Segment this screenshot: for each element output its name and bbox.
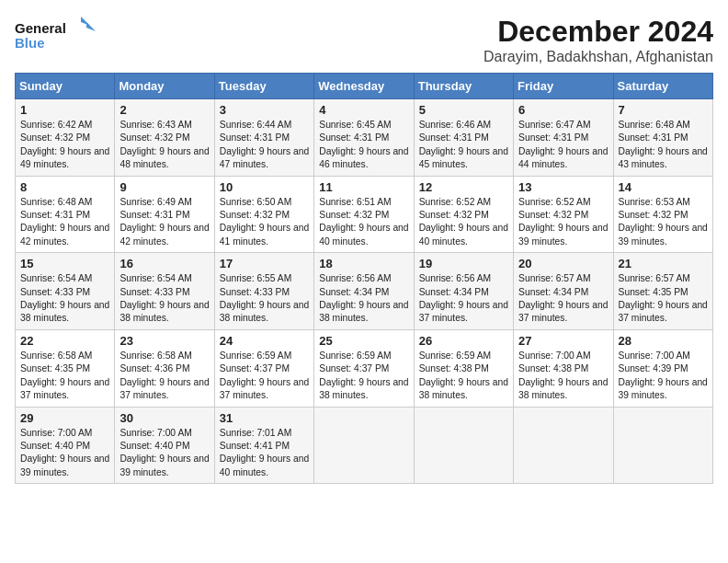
title-area: December 2024 Darayim, Badakhshan, Afgha… xyxy=(483,15,713,65)
calendar-cell: 24 Sunrise: 6:59 AM Sunset: 4:37 PM Dayl… xyxy=(214,329,313,407)
calendar-cell: 27 Sunrise: 7:00 AM Sunset: 4:38 PM Dayl… xyxy=(514,329,613,407)
sunrise-label: Sunrise: 7:00 AM xyxy=(119,428,191,438)
daylight-label: Daylight: 9 hours and 44 minutes. xyxy=(518,146,608,169)
day-info: Sunrise: 6:55 AM Sunset: 4:33 PM Dayligh… xyxy=(220,272,309,326)
daylight-label: Daylight: 9 hours and 40 minutes. xyxy=(220,454,309,477)
day-number: 17 xyxy=(220,257,309,270)
day-info: Sunrise: 6:51 AM Sunset: 4:32 PM Dayligh… xyxy=(319,196,408,249)
day-info: Sunrise: 7:00 AM Sunset: 4:40 PM Dayligh… xyxy=(20,427,109,480)
daylight-label: Daylight: 9 hours and 39 minutes. xyxy=(518,223,608,246)
calendar-cell: 3 Sunrise: 6:44 AM Sunset: 4:31 PM Dayli… xyxy=(214,99,313,177)
daylight-label: Daylight: 9 hours and 38 minutes. xyxy=(518,377,608,400)
calendar-cell: 9 Sunrise: 6:49 AM Sunset: 4:31 PM Dayli… xyxy=(115,176,214,253)
day-info: Sunrise: 6:59 AM Sunset: 4:38 PM Dayligh… xyxy=(419,350,508,403)
sunset-label: Sunset: 4:34 PM xyxy=(518,287,588,297)
sunrise-label: Sunrise: 6:49 AM xyxy=(119,197,191,207)
calendar-cell xyxy=(414,407,513,484)
calendar-cell: 26 Sunrise: 6:59 AM Sunset: 4:38 PM Dayl… xyxy=(414,329,513,407)
weekday-header-friday: Friday xyxy=(514,74,613,99)
day-number: 6 xyxy=(518,103,608,117)
day-info: Sunrise: 6:45 AM Sunset: 4:31 PM Dayligh… xyxy=(319,119,408,172)
calendar-cell: 2 Sunrise: 6:43 AM Sunset: 4:32 PM Dayli… xyxy=(115,99,214,177)
sunset-label: Sunset: 4:41 PM xyxy=(220,441,290,451)
day-number: 16 xyxy=(119,257,209,270)
daylight-label: Daylight: 9 hours and 47 minutes. xyxy=(220,146,309,169)
day-number: 4 xyxy=(319,103,408,117)
sunrise-label: Sunrise: 6:55 AM xyxy=(220,273,291,283)
calendar-cell: 18 Sunrise: 6:56 AM Sunset: 4:34 PM Dayl… xyxy=(314,253,414,330)
sunset-label: Sunset: 4:31 PM xyxy=(119,210,189,220)
sunset-label: Sunset: 4:39 PM xyxy=(619,363,688,373)
svg-marker-3 xyxy=(86,22,96,31)
day-number: 26 xyxy=(419,334,508,348)
sunset-label: Sunset: 4:40 PM xyxy=(119,441,189,451)
day-info: Sunrise: 6:57 AM Sunset: 4:34 PM Dayligh… xyxy=(518,272,608,326)
weekday-header-sunday: Sunday xyxy=(16,74,115,99)
sunset-label: Sunset: 4:38 PM xyxy=(419,363,489,373)
sunset-label: Sunset: 4:32 PM xyxy=(20,132,90,143)
day-number: 18 xyxy=(319,257,408,270)
sunrise-label: Sunrise: 6:50 AM xyxy=(220,197,291,207)
daylight-label: Daylight: 9 hours and 40 minutes. xyxy=(419,223,508,246)
calendar-cell: 4 Sunrise: 6:45 AM Sunset: 4:31 PM Dayli… xyxy=(314,99,414,177)
sunrise-label: Sunrise: 6:57 AM xyxy=(619,273,690,283)
day-info: Sunrise: 6:46 AM Sunset: 4:31 PM Dayligh… xyxy=(419,119,508,172)
day-info: Sunrise: 6:49 AM Sunset: 4:31 PM Dayligh… xyxy=(119,196,209,249)
day-number: 14 xyxy=(619,180,708,194)
calendar-cell: 20 Sunrise: 6:57 AM Sunset: 4:34 PM Dayl… xyxy=(514,253,613,330)
calendar-cell: 10 Sunrise: 6:50 AM Sunset: 4:32 PM Dayl… xyxy=(214,176,313,253)
day-number: 31 xyxy=(220,411,309,425)
daylight-label: Daylight: 9 hours and 38 minutes. xyxy=(319,300,408,323)
calendar-cell xyxy=(514,407,613,484)
sunrise-label: Sunrise: 6:57 AM xyxy=(518,273,590,283)
sunset-label: Sunset: 4:33 PM xyxy=(20,287,90,297)
sunset-label: Sunset: 4:31 PM xyxy=(220,132,290,143)
day-number: 12 xyxy=(419,180,508,194)
sunrise-label: Sunrise: 6:56 AM xyxy=(419,273,491,283)
calendar-cell: 11 Sunrise: 6:51 AM Sunset: 4:32 PM Dayl… xyxy=(314,176,414,253)
day-number: 27 xyxy=(518,334,608,348)
day-info: Sunrise: 6:56 AM Sunset: 4:34 PM Dayligh… xyxy=(319,272,408,326)
sunrise-label: Sunrise: 7:00 AM xyxy=(20,428,92,438)
day-info: Sunrise: 6:57 AM Sunset: 4:35 PM Dayligh… xyxy=(619,272,708,326)
daylight-label: Daylight: 9 hours and 48 minutes. xyxy=(119,146,209,169)
calendar-cell: 5 Sunrise: 6:46 AM Sunset: 4:31 PM Dayli… xyxy=(414,99,513,177)
day-number: 9 xyxy=(119,180,209,194)
calendar-cell: 21 Sunrise: 6:57 AM Sunset: 4:35 PM Dayl… xyxy=(613,253,712,330)
day-number: 23 xyxy=(119,334,209,348)
daylight-label: Daylight: 9 hours and 45 minutes. xyxy=(419,146,508,169)
sunset-label: Sunset: 4:31 PM xyxy=(319,132,389,143)
day-info: Sunrise: 6:59 AM Sunset: 4:37 PM Dayligh… xyxy=(319,350,408,403)
sunset-label: Sunset: 4:31 PM xyxy=(20,210,90,220)
daylight-label: Daylight: 9 hours and 37 minutes. xyxy=(119,377,209,400)
calendar-cell: 14 Sunrise: 6:53 AM Sunset: 4:32 PM Dayl… xyxy=(613,176,712,253)
header: General Blue December 2024 Darayim, Bada… xyxy=(15,15,713,65)
sunset-label: Sunset: 4:35 PM xyxy=(619,287,688,297)
day-number: 1 xyxy=(20,103,109,117)
day-number: 11 xyxy=(319,180,408,194)
sunrise-label: Sunrise: 6:54 AM xyxy=(119,273,191,283)
day-number: 29 xyxy=(20,411,109,425)
day-number: 19 xyxy=(419,257,508,270)
sunset-label: Sunset: 4:32 PM xyxy=(319,210,389,220)
daylight-label: Daylight: 9 hours and 49 minutes. xyxy=(20,146,109,169)
calendar-cell: 29 Sunrise: 7:00 AM Sunset: 4:40 PM Dayl… xyxy=(16,407,115,484)
sunrise-label: Sunrise: 6:58 AM xyxy=(20,350,92,361)
daylight-label: Daylight: 9 hours and 38 minutes. xyxy=(220,300,309,323)
day-info: Sunrise: 7:00 AM Sunset: 4:40 PM Dayligh… xyxy=(119,427,209,480)
daylight-label: Daylight: 9 hours and 37 minutes. xyxy=(20,377,109,400)
svg-text:Blue: Blue xyxy=(15,35,45,51)
day-info: Sunrise: 6:52 AM Sunset: 4:32 PM Dayligh… xyxy=(419,196,508,249)
daylight-label: Daylight: 9 hours and 38 minutes. xyxy=(119,300,209,323)
day-number: 30 xyxy=(119,411,209,425)
sunrise-label: Sunrise: 6:44 AM xyxy=(220,120,291,130)
day-number: 7 xyxy=(619,103,708,117)
sunrise-label: Sunrise: 7:00 AM xyxy=(619,350,690,361)
day-info: Sunrise: 6:59 AM Sunset: 4:37 PM Dayligh… xyxy=(220,350,309,403)
daylight-label: Daylight: 9 hours and 39 minutes. xyxy=(619,377,708,400)
day-info: Sunrise: 6:43 AM Sunset: 4:32 PM Dayligh… xyxy=(119,119,209,172)
sunset-label: Sunset: 4:31 PM xyxy=(419,132,489,143)
sunset-label: Sunset: 4:31 PM xyxy=(518,132,588,143)
sunset-label: Sunset: 4:32 PM xyxy=(518,210,588,220)
sunrise-label: Sunrise: 6:52 AM xyxy=(518,197,590,207)
